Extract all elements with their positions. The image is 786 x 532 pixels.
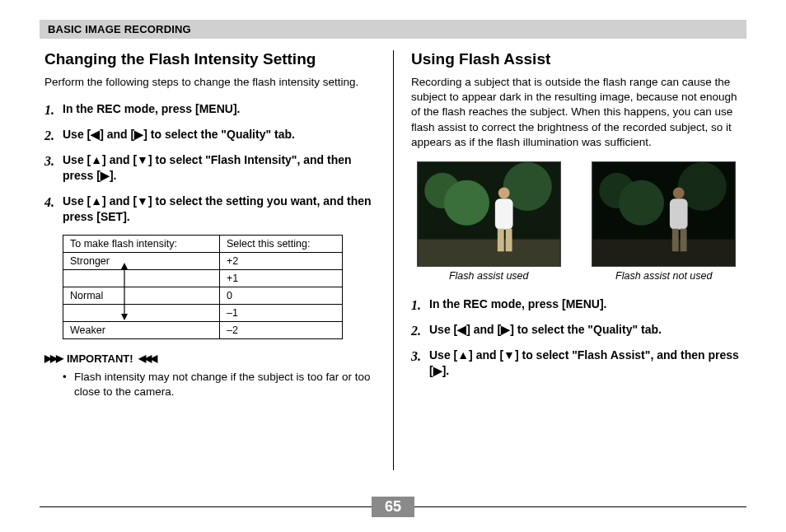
flash-intensity-table: To make flash intensity: Select this set…	[63, 235, 343, 339]
table-row: Weaker–2	[63, 321, 343, 338]
table-cell	[63, 269, 220, 287]
svg-rect-17	[670, 198, 688, 229]
right-intro: Recording a subject that is outside the …	[411, 75, 742, 150]
important-heading: ▶▶▶ IMPORTANT! ◀◀◀	[44, 352, 378, 365]
table-header: To make flash intensity:	[63, 235, 220, 252]
table-cell: –2	[220, 321, 343, 338]
left-column: Changing the Flash Intensity Setting Per…	[40, 50, 393, 470]
right-title: Using Flash Assist	[411, 50, 742, 68]
svg-rect-7	[418, 240, 559, 266]
table-row: –1	[63, 304, 343, 321]
important-note: Flash intensity may not change if the su…	[44, 370, 378, 399]
svg-point-18	[673, 188, 685, 199]
forward-markers-icon: ▶▶▶	[44, 352, 62, 364]
svg-point-14	[619, 180, 664, 226]
figure-gallery: Flash assist used	[411, 161, 742, 282]
table-row: Stronger+2	[63, 252, 343, 269]
svg-rect-11	[505, 229, 512, 252]
sample-photo-dark	[592, 161, 736, 267]
table-cell: Stronger	[63, 252, 220, 269]
sample-photo-bright	[417, 161, 561, 267]
svg-rect-8	[495, 198, 513, 229]
step-item: Use [◀] and [▶] to select the "Quality" …	[44, 127, 378, 142]
left-intro: Perform the following steps to change th…	[44, 75, 378, 90]
svg-rect-16	[593, 240, 735, 266]
svg-point-5	[444, 180, 489, 226]
figure-caption: Flash assist not used	[587, 270, 742, 282]
figure-flash-assist-not-used: Flash assist not used	[587, 161, 742, 282]
svg-rect-20	[681, 229, 687, 252]
step-item: Use [▲] and [▼] to select the setting yo…	[44, 194, 378, 225]
figure-flash-assist-used: Flash assist used	[411, 161, 567, 282]
page-footer: 65	[40, 497, 746, 517]
step-item: Use [◀] and [▶] to select the "Quality" …	[411, 322, 742, 338]
footer-rule	[40, 506, 372, 507]
right-column: Using Flash Assist Recording a subject t…	[393, 50, 746, 470]
footer-rule	[414, 506, 746, 507]
svg-marker-2	[121, 314, 128, 320]
important-label: IMPORTANT!	[67, 352, 133, 365]
table-cell: +2	[220, 252, 343, 269]
svg-rect-10	[498, 229, 504, 252]
section-header: BASIC IMAGE RECORDING	[40, 20, 746, 39]
step-item: In the REC mode, press [MENU].	[44, 101, 378, 117]
page-number: 65	[372, 497, 414, 517]
svg-point-9	[498, 188, 510, 199]
step-item: Use [▲] and [▼] to select "Flash Intensi…	[44, 152, 378, 184]
right-steps: In the REC mode, press [MENU]. Use [◀] a…	[411, 296, 742, 379]
table-cell	[63, 304, 220, 321]
backward-markers-icon: ◀◀◀	[138, 352, 156, 364]
table-header: Select this setting:	[220, 235, 343, 252]
two-column-layout: Changing the Flash Intensity Setting Per…	[40, 50, 746, 470]
table-row: +1	[63, 269, 343, 287]
left-title: Changing the Flash Intensity Setting	[44, 50, 378, 68]
table-cell: Weaker	[63, 321, 220, 338]
manual-page: BASIC IMAGE RECORDING Changing the Flash…	[0, 0, 786, 532]
step-item: Use [▲] and [▼] to select "Flash Assist"…	[411, 348, 742, 379]
step-item: In the REC mode, press [MENU].	[411, 296, 742, 312]
svg-rect-19	[672, 229, 679, 252]
figure-caption: Flash assist used	[411, 270, 567, 282]
left-steps: In the REC mode, press [MENU]. Use [◀] a…	[44, 101, 378, 224]
table-row: Normal 0	[63, 287, 343, 304]
column-separator	[393, 50, 394, 470]
double-arrow-icon	[120, 256, 129, 327]
table-cell: +1	[220, 269, 343, 287]
table-cell: –1	[220, 304, 343, 321]
table-cell: Normal	[63, 287, 220, 304]
table-cell: 0	[220, 287, 343, 304]
svg-marker-1	[121, 263, 128, 269]
